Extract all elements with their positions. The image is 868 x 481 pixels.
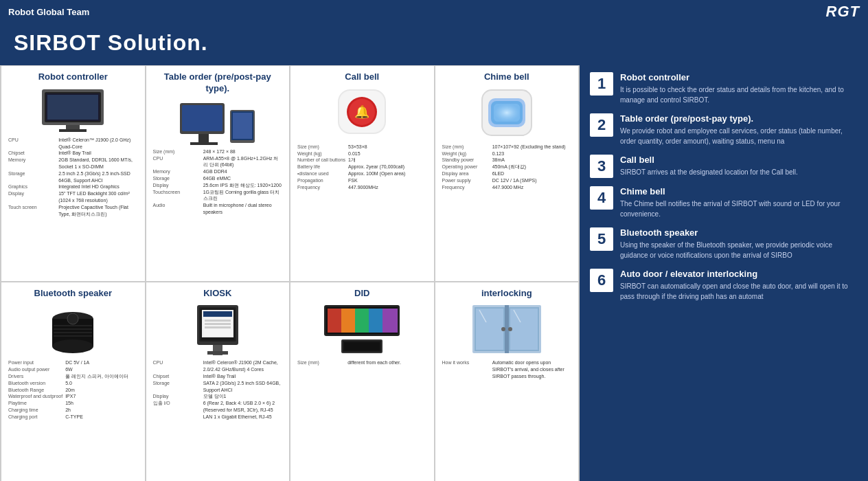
svg-rect-4 — [66, 125, 80, 129]
svg-rect-40 — [205, 320, 231, 322]
svg-rect-23 — [494, 104, 520, 122]
call-bell-image: 🔔 — [296, 86, 429, 141]
page-title: SIRBOT Solution. — [14, 30, 854, 56]
table-order-image — [152, 98, 284, 146]
sidebar-num-3: 3 — [590, 155, 613, 178]
sidebar-item-3: 3Call bellSIRBOT arrives at the designat… — [590, 155, 858, 178]
sidebar-content-4: Chime bellThe Chime bell notifies the ar… — [620, 186, 858, 219]
card-bluetooth-speaker: Bluetooth speaker Power inputDC — [1, 282, 146, 482]
bluetooth-speaker-specs: Power inputDC 5V / 1AAudio output power6… — [7, 359, 139, 420]
sidebar-title-1: Robot controller — [620, 72, 858, 82]
sidebar-desc-2: We provide robot and employee call servi… — [620, 126, 858, 146]
kiosk-image — [152, 302, 284, 357]
did-specs: Size (mm)different from each other. — [296, 359, 429, 366]
sidebar-content-5: Bluetooth speakerUsing the speaker of th… — [620, 227, 858, 260]
sidebar-content-6: Auto door / elevator interlockingSIRBOT … — [620, 269, 858, 302]
svg-rect-42 — [205, 326, 231, 328]
bluetooth-speaker-image — [7, 302, 139, 357]
robot-controller-specs: CPUIntel® Celeron™ J1900 (2.0 GHz) Quad-… — [7, 137, 139, 218]
card-table-order: Table order (pre/post-pay type). Size (m… — [146, 65, 290, 282]
sidebar-desc-4: The Chime bell notifies the arrival of S… — [620, 199, 858, 219]
svg-rect-46 — [341, 309, 355, 333]
table-order-specs: Size (mm)248 × 172 × 88CPUARM-A55×8 @ 1.… — [152, 148, 284, 216]
sidebar-title-5: Bluetooth speaker — [620, 227, 858, 238]
sidebar-num-2: 2 — [590, 113, 613, 137]
sidebar-items: 1Robot controllerIt is possible to check… — [590, 72, 858, 302]
svg-point-26 — [52, 339, 93, 353]
sidebar-content-3: Call bellSIRBOT arrives at the designate… — [620, 155, 798, 177]
svg-point-31 — [67, 313, 78, 324]
card-interlocking: interlocking — [435, 282, 580, 482]
svg-rect-48 — [369, 309, 382, 333]
sidebar-title-6: Auto door / elevator interlocking — [620, 269, 858, 279]
sidebar-num-6: 6 — [590, 269, 613, 292]
sidebar-content-2: Table order (pre/post-pay type).We provi… — [620, 113, 858, 146]
card-did: DID Size ( — [290, 282, 435, 482]
card-bluetooth-speaker-title: Bluetooth speaker — [7, 288, 139, 300]
card-table-order-title: Table order (pre/post-pay type). — [152, 71, 284, 95]
card-interlocking-title: interlocking — [441, 288, 573, 300]
sidebar-desc-5: Using the speaker of the Bluetooth speak… — [620, 240, 858, 260]
svg-rect-8 — [198, 134, 209, 142]
svg-rect-55 — [476, 309, 503, 350]
svg-point-59 — [501, 327, 505, 331]
main-content: Robot controller CPUIntel® Celeron™ J190… — [0, 65, 868, 481]
card-call-bell-title: Call bell — [296, 71, 429, 83]
kiosk-specs: CPUIntel® Celeron® J1900 (2M Cache, 2.0/… — [152, 359, 284, 420]
svg-rect-12 — [233, 113, 252, 139]
svg-rect-49 — [382, 309, 398, 333]
card-kiosk: KIOSK — [146, 282, 290, 482]
sidebar-item-1: 1Robot controllerIt is possible to check… — [590, 72, 858, 105]
svg-rect-3 — [47, 95, 98, 120]
svg-rect-9 — [190, 142, 218, 145]
svg-rect-33 — [207, 351, 228, 355]
sidebar-item-6: 6Auto door / elevator interlockingSIRBOT… — [590, 269, 858, 302]
interlocking-image — [441, 302, 573, 357]
svg-rect-57 — [510, 309, 538, 350]
sidebar-item-2: 2Table order (pre/post-pay type).We prov… — [590, 113, 858, 146]
card-call-bell: Call bell 🔔 Size (mm)53×53×8Weight (kg)0… — [290, 65, 435, 282]
svg-rect-38 — [203, 311, 232, 317]
interlocking-specs: How it worksAutomatic door opens upon SI… — [441, 359, 573, 379]
sidebar-desc-3: SIRBOT arrives at the designated locatio… — [620, 167, 798, 177]
svg-rect-5 — [59, 129, 87, 132]
chime-bell-image — [441, 86, 573, 141]
did-image — [296, 302, 429, 357]
sidebar-title-3: Call bell — [620, 155, 798, 165]
topbar: Robot Global Team RGT — [0, 0, 868, 23]
card-chime-bell-title: Chime bell — [441, 71, 573, 83]
sidebar-num-5: 5 — [590, 227, 613, 251]
svg-rect-52 — [344, 342, 380, 350]
card-did-title: DID — [296, 288, 429, 300]
sidebar: 1Robot controllerIt is possible to check… — [580, 65, 868, 481]
sidebar-num-4: 4 — [590, 186, 613, 210]
robot-controller-image — [7, 86, 139, 134]
company-name: Robot Global Team — [8, 7, 89, 17]
svg-rect-7 — [182, 105, 222, 131]
chime-bell-specs: Size (mm)107×107×92 (Excluding the stand… — [441, 144, 573, 191]
sidebar-content-1: Robot controllerIt is possible to check … — [620, 72, 858, 105]
call-bell-specs: Size (mm)53×53×8Weight (kg)0.015Number o… — [296, 144, 429, 191]
sidebar-num-1: 1 — [590, 72, 613, 96]
sidebar-item-4: 4Chime bellThe Chime bell notifies the a… — [590, 186, 858, 219]
page-header: SIRBOT Solution. — [0, 23, 868, 65]
card-robot-controller-title: Robot controller — [7, 71, 139, 83]
product-grid: Robot controller CPUIntel® Celeron™ J190… — [0, 65, 580, 481]
svg-rect-45 — [328, 309, 341, 333]
sidebar-desc-6: SIRBOT can automatically open and close … — [620, 281, 858, 302]
card-robot-controller: Robot controller CPUIntel® Celeron™ J190… — [1, 65, 146, 282]
card-chime-bell: Chime bell — [435, 65, 580, 282]
svg-text:🔔: 🔔 — [354, 104, 370, 120]
sidebar-title-2: Table order (pre/post-pay type). — [620, 113, 858, 124]
svg-point-60 — [508, 327, 512, 331]
rgt-logo: RGT — [826, 3, 860, 21]
sidebar-title-4: Chime bell — [620, 186, 858, 197]
sidebar-item-5: 5Bluetooth speakerUsing the speaker of t… — [590, 227, 858, 260]
svg-rect-41 — [205, 323, 231, 325]
card-kiosk-title: KIOSK — [152, 288, 284, 300]
sidebar-desc-1: It is possible to check the order status… — [620, 85, 858, 105]
svg-rect-47 — [355, 309, 369, 333]
